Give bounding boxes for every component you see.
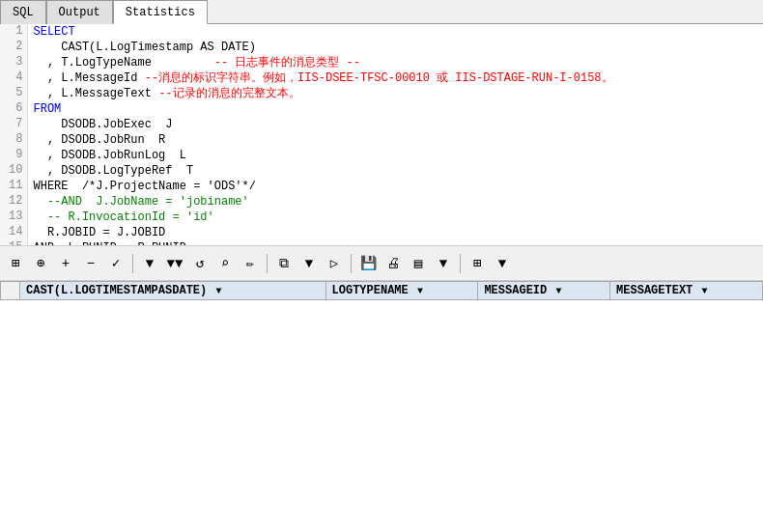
- tab-output[interactable]: Output: [46, 0, 113, 24]
- line-content: --AND J.JobName = 'jobiname': [27, 194, 763, 210]
- tab-bar: SQL Output Statistics: [0, 0, 763, 24]
- edit-button[interactable]: ✏: [239, 252, 262, 275]
- toolbar-separator: [267, 254, 268, 273]
- token: FROM: [34, 102, 62, 116]
- token: , DSODB.JobRunLog L: [34, 149, 186, 162]
- line-number: 13: [0, 210, 27, 225]
- line-number: 7: [0, 117, 27, 132]
- sql-line: 14 R.JOBID = J.JOBID: [0, 225, 763, 240]
- line-content: -- R.InvocationId = 'id': [27, 210, 763, 225]
- line-content: SELECT: [27, 24, 763, 40]
- play-button[interactable]: ▷: [323, 252, 346, 275]
- save-button[interactable]: 💾: [356, 252, 380, 275]
- toolbar-separator: [351, 254, 352, 273]
- token: , DSODB.JobRun R: [34, 133, 166, 147]
- results-area[interactable]: CAST(L.LOGTIMESTAMPASDATE) ▼ LOGTYPENAME…: [0, 281, 763, 532]
- line-content: FROM: [27, 101, 763, 117]
- clipboard-button[interactable]: ⧉: [272, 252, 296, 275]
- sql-line: 2 CAST(L.LogTimestamp AS DATE): [0, 40, 763, 55]
- token: R.JOBID = J.JOBID: [34, 226, 166, 239]
- run-all-button[interactable]: ▼▼: [163, 252, 186, 275]
- line-content: , L.MessageText --记录的消息的完整文本。: [27, 86, 763, 101]
- token: --记录的消息的完整文本。: [158, 87, 299, 100]
- line-number: 8: [0, 132, 27, 148]
- grid-view-button[interactable]: ⊞: [4, 252, 27, 275]
- token: , L.MessageId: [34, 71, 145, 85]
- token: SELECT: [34, 25, 75, 39]
- results-thead: CAST(L.LOGTIMESTAMPASDATE) ▼ LOGTYPENAME…: [1, 282, 763, 300]
- line-number: 3: [0, 55, 27, 70]
- search-button[interactable]: ⌕: [213, 252, 237, 275]
- col-header-cast[interactable]: CAST(L.LOGTIMESTAMPASDATE) ▼: [20, 282, 326, 300]
- line-number: 11: [0, 179, 27, 194]
- line-number: 6: [0, 101, 27, 117]
- chart-button[interactable]: ▤: [407, 252, 430, 275]
- tab-statistics[interactable]: Statistics: [113, 0, 208, 24]
- header-row: CAST(L.LOGTIMESTAMPASDATE) ▼ LOGTYPENAME…: [1, 282, 763, 300]
- sql-line: 10 , DSODB.LogTypeRef T: [0, 163, 763, 179]
- sql-line: 11WHERE /*J.ProjectName = 'ODS'*/: [0, 179, 763, 194]
- line-content: WHERE /*J.ProjectName = 'ODS'*/: [27, 179, 763, 194]
- results-table: CAST(L.LOGTIMESTAMPASDATE) ▼ LOGTYPENAME…: [0, 281, 763, 300]
- line-content: CAST(L.LogTimestamp AS DATE): [27, 40, 763, 55]
- toolbar: ⊞⊕+−✓▼▼▼↺⌕✏⧉▼▷💾🖨▤▼⊞▼: [0, 246, 763, 281]
- sql-line: 7 DSODB.JobExec J: [0, 117, 763, 132]
- sql-lines: 1SELECT2 CAST(L.LogTimestamp AS DATE)3 ,…: [0, 24, 763, 246]
- line-content: , L.MessageId --消息的标识字符串。例如，IIS-DSEE-TFS…: [27, 70, 763, 86]
- line-number: 10: [0, 163, 27, 179]
- table-button[interactable]: ⊞: [466, 252, 489, 275]
- token: DSODB.JobExec J: [34, 118, 173, 131]
- token: , L.MessageText: [34, 87, 159, 100]
- clip-dropdown[interactable]: ▼: [297, 252, 321, 275]
- sql-editor[interactable]: 1SELECT2 CAST(L.LogTimestamp AS DATE)3 ,…: [0, 24, 763, 246]
- col-header-messageid[interactable]: MESSAGEID ▼: [478, 282, 610, 300]
- token: CAST(L.LogTimestamp AS DATE): [34, 41, 256, 54]
- refresh-button[interactable]: ↺: [188, 252, 212, 275]
- line-number: 14: [0, 225, 27, 240]
- sql-line: 4 , L.MessageId --消息的标识字符串。例如，IIS-DSEE-T…: [0, 70, 763, 86]
- line-content: DSODB.JobExec J: [27, 117, 763, 132]
- print-button[interactable]: 🖨: [382, 252, 405, 275]
- sql-line: 9 , DSODB.JobRunLog L: [0, 148, 763, 163]
- table-dropdown[interactable]: ▼: [491, 252, 514, 275]
- sql-line: 1SELECT: [0, 24, 763, 40]
- sql-line: 12 --AND J.JobName = 'jobiname': [0, 194, 763, 210]
- line-number: 9: [0, 148, 27, 163]
- line-content: R.JOBID = J.JOBID: [27, 225, 763, 240]
- line-number: 2: [0, 40, 27, 55]
- line-content: , DSODB.JobRun R: [27, 132, 763, 148]
- toolbar-separator: [132, 254, 133, 273]
- main-container: SQL Output Statistics 1SELECT2 CAST(L.Lo…: [0, 0, 763, 532]
- sql-line: 5 , L.MessageText --记录的消息的完整文本。: [0, 86, 763, 101]
- sql-line: 8 , DSODB.JobRun R: [0, 132, 763, 148]
- line-content: , DSODB.JobRunLog L: [27, 148, 763, 163]
- line-content: , T.LogTypeName -- 日志事件的消息类型 --: [27, 55, 763, 70]
- token: , DSODB.LogTypeRef T: [34, 164, 194, 178]
- add-button[interactable]: ⊕: [29, 252, 52, 275]
- tab-sql[interactable]: SQL: [0, 0, 46, 24]
- minus-button[interactable]: −: [79, 252, 102, 275]
- toolbar-separator: [460, 254, 461, 273]
- token: , T.LogTypeName: [34, 56, 214, 70]
- token: WHERE /*J.ProjectName = 'ODS'*/: [34, 180, 256, 193]
- token: -- R.InvocationId = 'id': [34, 210, 214, 224]
- line-number: 12: [0, 194, 27, 210]
- sql-line: 3 , T.LogTypeName -- 日志事件的消息类型 --: [0, 55, 763, 70]
- row-num-header: [1, 282, 20, 300]
- chart-dropdown[interactable]: ▼: [432, 252, 455, 275]
- col-header-messagetext[interactable]: MESSAGETEXT ▼: [610, 282, 763, 300]
- run-button[interactable]: ▼: [138, 252, 161, 275]
- sql-line: 13 -- R.InvocationId = 'id': [0, 210, 763, 225]
- token: -- 日志事件的消息类型 --: [214, 56, 360, 70]
- token: --消息的标识字符串。例如，IIS-DSEE-TFSC-00010 或 IIS-…: [145, 71, 613, 85]
- line-number: 4: [0, 70, 27, 86]
- line-number: 1: [0, 24, 27, 40]
- check-button[interactable]: ✓: [104, 252, 127, 275]
- sql-line: 6FROM: [0, 101, 763, 117]
- line-content: , DSODB.LogTypeRef T: [27, 163, 763, 179]
- token: --AND J.JobName = 'jobiname': [34, 195, 249, 209]
- line-number: 5: [0, 86, 27, 101]
- col-header-logtype[interactable]: LOGTYPENAME ▼: [325, 282, 478, 300]
- plus-button[interactable]: +: [54, 252, 77, 275]
